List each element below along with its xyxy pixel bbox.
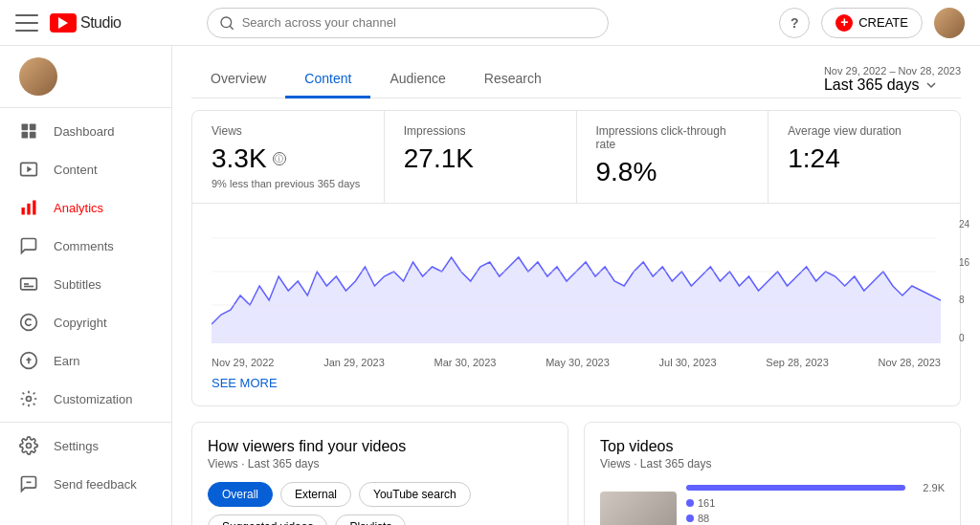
date-range-content: Nov 29, 2022 – Nov 28, 2023 Last 365 day… <box>824 65 961 94</box>
stat-avg-duration-value: 1:24 <box>788 143 941 174</box>
tab-research[interactable]: Research <box>465 61 561 98</box>
date-range-picker[interactable]: Nov 29, 2022 – Nov 28, 2023 Last 365 day… <box>824 65 961 94</box>
svg-rect-4 <box>22 132 29 139</box>
sidebar-item-dashboard[interactable]: Dashboard <box>0 112 171 150</box>
sidebar-label-settings: Settings <box>54 439 99 453</box>
how-viewers-sub: Views · Last 365 days <box>208 457 552 470</box>
sidebar-item-comments[interactable]: Comments <box>0 227 171 265</box>
chart-x-labels: Nov 29, 2022 Jan 29, 2023 Mar 30, 2023 M… <box>212 357 941 368</box>
filter-overall[interactable]: Overall <box>208 482 273 507</box>
sidebar-label-feedback: Send feedback <box>54 477 137 492</box>
top-video-row-0: 2.9K 161 88 <box>600 482 945 525</box>
avatar[interactable] <box>934 8 965 38</box>
copyright-icon <box>19 313 38 332</box>
stat-views-label: Views <box>212 124 365 138</box>
chart-container: 24 16 8 0 Nov 29, 2022 Jan 29, 2023 Mar … <box>191 204 961 406</box>
thumb-img-0 <box>600 492 677 526</box>
chart-x-5: Sep 28, 2023 <box>766 357 828 368</box>
chart-y-16: 16 <box>959 257 969 268</box>
filter-external[interactable]: External <box>280 482 351 507</box>
youtube-icon <box>50 13 77 33</box>
top-bar-row-0: 2.9K <box>686 482 945 493</box>
chart-x-6: Nov 28, 2023 <box>879 357 941 368</box>
views-chart <box>212 219 941 353</box>
sidebar-label-dashboard: Dashboard <box>54 124 115 139</box>
tabs-row: Overview Content Audience Research Nov 2… <box>191 61 961 98</box>
avatar-image <box>934 8 965 38</box>
sidebar-item-settings[interactable]: Settings <box>0 427 171 465</box>
svg-point-18 <box>27 397 32 402</box>
create-button[interactable]: CREATE <box>821 8 923 38</box>
sidebar-label-subtitles: Subtitles <box>54 277 101 292</box>
bottom-row: How viewers find your videos Views · Las… <box>191 422 961 525</box>
sidebar-item-feedback[interactable]: Send feedback <box>0 465 171 503</box>
subtitles-icon <box>19 274 38 294</box>
chart-y-24: 24 <box>959 219 969 230</box>
svg-rect-10 <box>33 201 35 215</box>
stat-impressions: Impressions 27.1K <box>385 111 577 203</box>
sidebar-label-analytics: Analytics <box>54 201 103 215</box>
views-info-icon[interactable]: ⓘ <box>273 152 286 165</box>
sidebar-item-analytics[interactable]: Analytics <box>0 188 171 227</box>
chart-wrap: 24 16 8 0 <box>212 219 941 353</box>
chart-x-4: Jul 30, 2023 <box>659 357 717 368</box>
sidebar-item-customization[interactable]: Customization <box>0 380 171 418</box>
filter-youtube-search[interactable]: YouTube search <box>359 482 471 507</box>
top-bar-dot-1 <box>686 499 694 507</box>
how-viewers-title: How viewers find your videos <box>208 438 552 455</box>
sidebar-item-earn[interactable]: Earn <box>0 341 171 380</box>
top-bar-row-1: 161 <box>686 497 945 509</box>
stat-ctr: Impressions click-through rate 9.8% <box>577 111 769 203</box>
stat-impressions-label: Impressions <box>404 124 557 138</box>
filter-tabs: Overall External YouTube search Suggeste… <box>208 482 552 525</box>
filter-playlists[interactable]: Playlists <box>335 514 406 525</box>
chart-y-8: 8 <box>959 295 969 305</box>
header: Studio ? CREATE <box>0 0 980 46</box>
filter-suggested[interactable]: Suggested videos <box>208 514 327 525</box>
date-range-label: Last 365 days <box>824 77 920 94</box>
svg-rect-5 <box>30 132 36 139</box>
search-input[interactable] <box>242 15 596 30</box>
stat-views: Views 3.3K ⓘ 9% less than previous 365 d… <box>192 111 385 203</box>
help-button[interactable]: ? <box>779 8 810 38</box>
stats-row: Views 3.3K ⓘ 9% less than previous 365 d… <box>191 110 961 204</box>
logo-text: Studio <box>80 14 121 32</box>
top-bar-0 <box>686 485 905 491</box>
settings-icon <box>19 436 38 455</box>
sidebar-label-content: Content <box>54 163 98 177</box>
top-video-thumb-0 <box>600 492 677 526</box>
search-bar[interactable] <box>207 8 609 38</box>
chart-y-0: 0 <box>959 333 969 343</box>
stat-ctr-value: 9.8% <box>596 157 749 187</box>
search-icon <box>219 15 234 31</box>
sidebar-item-content[interactable]: Content <box>0 150 171 188</box>
sidebar-label-earn: Earn <box>54 354 79 368</box>
top-videos-sub: Views · Last 365 days <box>600 457 945 470</box>
tab-audience[interactable]: Audience <box>370 61 464 98</box>
top-videos-title: Top videos <box>600 438 945 455</box>
content-icon <box>19 160 38 179</box>
top-bar-val-0: 2.9K <box>911 482 945 493</box>
sidebar-item-subtitles[interactable]: Subtitles <box>0 265 171 303</box>
svg-rect-3 <box>30 124 36 131</box>
svg-point-19 <box>27 444 32 448</box>
feedback-icon <box>19 474 38 493</box>
tab-overview[interactable]: Overview <box>191 61 285 98</box>
stat-avg-duration: Average view duration 1:24 <box>768 111 960 203</box>
logo[interactable]: Studio <box>50 13 121 33</box>
create-label: CREATE <box>858 15 908 30</box>
header-left: Studio <box>15 11 121 34</box>
svg-marker-7 <box>27 166 32 173</box>
hamburger-menu[interactable] <box>15 11 38 34</box>
sidebar-item-copyright[interactable]: Copyright <box>0 303 171 341</box>
tab-content[interactable]: Content <box>285 61 370 98</box>
top-video-bars-0: 2.9K 161 88 <box>686 482 945 525</box>
how-viewers-card: How viewers find your videos Views · Las… <box>191 422 568 525</box>
sidebar-divider-2 <box>0 422 171 423</box>
svg-line-1 <box>230 26 234 30</box>
channel-section <box>0 46 171 103</box>
top-bar-row-2: 88 <box>686 513 945 524</box>
dashboard-icon <box>19 121 38 141</box>
see-more-link[interactable]: SEE MORE <box>212 376 278 390</box>
comments-icon <box>19 236 38 255</box>
